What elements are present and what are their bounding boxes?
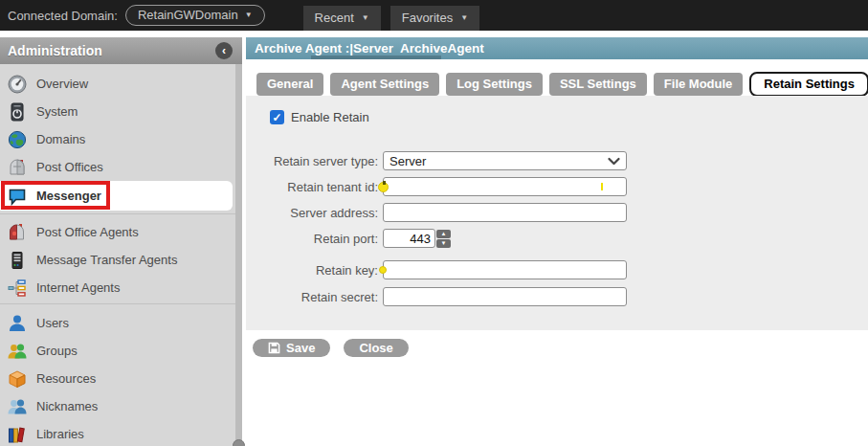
sidebar-item-message-transfer-agents[interactable]: Message Transfer Agents bbox=[0, 246, 235, 274]
sidebar-item-domains[interactable]: Domains bbox=[0, 125, 235, 153]
retain-settings-panel: ✓ Enable Retain Retain server type: Serv… bbox=[246, 96, 868, 330]
power-icon bbox=[8, 102, 27, 122]
server-icon bbox=[8, 251, 27, 270]
sidebar-divider bbox=[0, 303, 235, 304]
recent-menu-label: Recent bbox=[315, 11, 354, 25]
close-button[interactable]: Close bbox=[344, 339, 408, 357]
triangle-down-icon: ▼ bbox=[441, 240, 447, 246]
sidebar-item-overview[interactable]: Overview bbox=[0, 70, 235, 98]
retain-port-input[interactable] bbox=[383, 229, 435, 248]
retain-secret-input[interactable] bbox=[383, 287, 627, 306]
retain-tenant-id-wrap bbox=[383, 177, 627, 196]
retain-secret-label: Retain secret: bbox=[246, 290, 383, 304]
port-spinner: ▲ ▼ bbox=[436, 230, 451, 248]
books-icon bbox=[8, 425, 27, 444]
enable-retain-checkbox[interactable]: ✓ bbox=[270, 110, 284, 124]
retain-server-type-value: Server bbox=[389, 154, 426, 168]
sidebar-item-label: Users bbox=[36, 316, 69, 330]
tab-general[interactable]: General bbox=[256, 73, 323, 96]
globe-icon bbox=[8, 130, 27, 149]
tab-ssl-settings[interactable]: SSL Settings bbox=[549, 73, 647, 96]
user-icon bbox=[8, 314, 27, 333]
action-buttons: Save Close bbox=[253, 339, 409, 357]
sidebar-item-post-office-agents[interactable]: Post Office Agents bbox=[0, 218, 235, 246]
retain-key-label: Retain key: bbox=[246, 263, 383, 278]
sidebar-item-label: Post Offices bbox=[36, 160, 103, 174]
server-address-input[interactable] bbox=[383, 203, 627, 222]
retain-server-type-select[interactable]: Server bbox=[383, 151, 627, 170]
tab-file-module[interactable]: File Module bbox=[654, 73, 744, 96]
gauge-icon bbox=[8, 75, 27, 94]
sidebar-scrollbar[interactable] bbox=[235, 64, 242, 446]
nicknames-icon bbox=[8, 397, 27, 416]
sidebar-item-internet-agents[interactable]: Internet Agents bbox=[0, 274, 235, 301]
sidebar-collapse-button[interactable]: ‹ bbox=[215, 42, 233, 59]
spinner-down-button[interactable]: ▼ bbox=[436, 239, 451, 248]
administration-sidebar: Administration ‹ Overview System Domains bbox=[0, 37, 242, 446]
tab-log-settings[interactable]: Log Settings bbox=[446, 73, 543, 96]
sidebar-item-messenger[interactable]: Messenger bbox=[0, 181, 233, 211]
sidebar-item-label: Messenger bbox=[36, 189, 101, 203]
recent-menu-button[interactable]: Recent ▼ bbox=[303, 6, 381, 31]
sidebar-item-nicknames[interactable]: Nicknames bbox=[0, 392, 235, 420]
sidebar-item-label: Nicknames bbox=[36, 399, 98, 413]
yellow-tick-artifact bbox=[601, 183, 603, 190]
network-icon bbox=[8, 279, 27, 298]
close-button-label: Close bbox=[359, 341, 392, 355]
favorites-menu-button[interactable]: Favorites ▼ bbox=[390, 6, 479, 31]
chevron-down-icon: ▼ bbox=[460, 13, 468, 22]
server-address-label: Server address: bbox=[246, 206, 383, 220]
sidebar-item-label: Overview bbox=[36, 77, 88, 91]
retain-port-row: Retain port: ▲ ▼ bbox=[246, 229, 451, 248]
mailbox-flag-icon bbox=[8, 223, 27, 242]
required-field-icon bbox=[379, 266, 387, 274]
retain-server-type-row: Retain server type: Server bbox=[246, 151, 627, 170]
cube-icon bbox=[8, 369, 27, 389]
enable-retain-row: ✓ Enable Retain bbox=[270, 110, 369, 124]
sidebar-item-label: Domains bbox=[36, 132, 85, 146]
sidebar-item-groups[interactable]: Groups bbox=[0, 337, 235, 365]
retain-secret-wrap bbox=[383, 287, 627, 306]
sidebar-item-label: Resources bbox=[36, 371, 96, 386]
required-field-icon bbox=[378, 182, 389, 192]
chevron-down-icon: ▼ bbox=[245, 11, 253, 19]
check-icon: ✓ bbox=[272, 111, 281, 124]
sidebar-title: Administration bbox=[8, 43, 102, 58]
connected-domain-select[interactable]: RetainGWDomain ▼ bbox=[125, 5, 265, 26]
sidebar-item-libraries[interactable]: Libraries bbox=[0, 420, 235, 446]
retain-tenant-id-input[interactable] bbox=[383, 177, 627, 196]
sidebar-item-label: System bbox=[36, 104, 78, 119]
tab-retain-settings[interactable]: Retain Settings bbox=[749, 72, 868, 97]
sidebar-item-label: Message Transfer Agents bbox=[36, 253, 177, 267]
sidebar-item-post-offices[interactable]: Post Offices bbox=[0, 153, 235, 181]
object-title-bar: Archive Agent :|Server ArchiveAgent bbox=[246, 37, 868, 59]
chevron-down-icon bbox=[608, 157, 620, 166]
top-bar: Connected Domain: RetainGWDomain ▼ Recen… bbox=[0, 0, 868, 31]
sidebar-item-system[interactable]: System bbox=[0, 98, 235, 125]
page-title: Archive Agent :|Server ArchiveAgent bbox=[255, 41, 484, 56]
retain-tenant-id-row: Retain tenant id: bbox=[246, 177, 627, 196]
main-content: Archive Agent :|Server ArchiveAgent Gene… bbox=[246, 37, 868, 446]
sidebar-item-label: Internet Agents bbox=[36, 280, 120, 295]
spinner-up-button[interactable]: ▲ bbox=[436, 230, 451, 238]
retain-tenant-id-label: Retain tenant id: bbox=[246, 180, 383, 194]
sidebar-item-resources[interactable]: Resources bbox=[0, 365, 235, 392]
title-underline-decoration bbox=[311, 56, 441, 59]
tab-agent-settings[interactable]: Agent Settings bbox=[330, 73, 439, 96]
sidebar-item-users[interactable]: Users bbox=[0, 309, 235, 337]
sidebar-item-label: Groups bbox=[36, 344, 78, 358]
retain-server-type-label: Retain server type: bbox=[246, 154, 383, 168]
tab-bar: General Agent Settings Log Settings SSL … bbox=[256, 72, 868, 97]
favorites-menu-label: Favorites bbox=[402, 11, 453, 25]
save-icon bbox=[268, 342, 280, 354]
connected-domain-value: RetainGWDomain bbox=[138, 8, 238, 22]
retain-key-row: Retain key: bbox=[246, 260, 627, 279]
retain-key-input[interactable] bbox=[383, 260, 627, 279]
retain-port-label: Retain port: bbox=[246, 232, 383, 246]
enable-retain-label: Enable Retain bbox=[291, 110, 369, 124]
chevron-left-icon: ‹ bbox=[222, 44, 226, 57]
chat-bubble-icon bbox=[8, 187, 27, 206]
mailbox-icon bbox=[8, 158, 27, 177]
group-icon bbox=[8, 342, 27, 361]
save-button[interactable]: Save bbox=[253, 339, 330, 357]
